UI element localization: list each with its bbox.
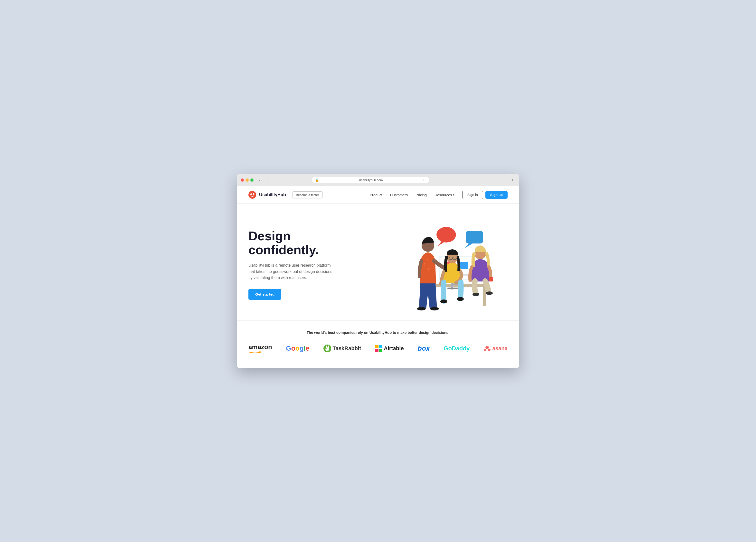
nav-links: Product Customers Pricing Resources ▾ <box>370 193 454 197</box>
logo-text: UsabilityHub <box>259 192 286 197</box>
svg-point-36 <box>486 291 493 295</box>
sign-in-button[interactable]: Sign in <box>462 191 483 199</box>
svg-rect-34 <box>489 277 493 281</box>
asana-logo: asana <box>484 345 508 352</box>
taskrabbit-logo: TaskRabbit <box>323 345 361 352</box>
svg-point-1 <box>250 193 252 195</box>
hero-illustration: ? ? ? <box>351 218 508 311</box>
close-button[interactable] <box>241 178 244 182</box>
hero-svg: ? ? ? <box>363 218 495 311</box>
nav-customers[interactable]: Customers <box>390 193 408 197</box>
nav-actions: Sign in Sign up <box>462 191 508 199</box>
refresh-icon: ↻ <box>423 178 426 182</box>
browser-window: ‹ › 🔒 usabilityhub.com ↻ + UsabilityHub … <box>237 174 519 368</box>
hero-text: Design confidently. UsabilityHub is a re… <box>248 229 351 300</box>
svg-rect-46 <box>379 349 382 352</box>
minimize-button[interactable] <box>246 178 249 182</box>
svg-point-49 <box>488 349 491 351</box>
sign-up-button[interactable]: Sign up <box>485 191 508 199</box>
svg-point-47 <box>485 346 489 349</box>
svg-point-0 <box>248 191 256 199</box>
nav-product[interactable]: Product <box>370 193 382 197</box>
svg-point-42 <box>328 348 328 349</box>
svg-text:?: ? <box>424 263 425 266</box>
svg-point-25 <box>417 307 426 310</box>
new-tab-button[interactable]: + <box>510 177 515 183</box>
hero-section: Design confidently. UsabilityHub is a re… <box>237 204 519 320</box>
hero-title: Design confidently. <box>248 229 351 257</box>
amazon-logo: amazon <box>248 343 272 353</box>
trust-headline: The world's best companies rely on Usabi… <box>248 330 508 335</box>
trust-section: The world's best companies rely on Usabi… <box>237 320 519 368</box>
asana-icon <box>484 346 491 351</box>
svg-rect-18 <box>447 288 459 289</box>
airtable-logo: Airtable <box>375 345 404 352</box>
svg-rect-44 <box>379 345 382 348</box>
svg-point-19 <box>436 227 456 243</box>
hero-subtitle: UsabilityHub is a remote user research p… <box>248 262 336 281</box>
svg-point-31 <box>440 299 447 303</box>
back-button[interactable]: ‹ <box>256 178 263 183</box>
svg-rect-20 <box>466 231 483 243</box>
chevron-down-icon: ▾ <box>453 193 454 196</box>
logos-row: amazon Google <box>248 343 508 353</box>
nav-resources[interactable]: Resources ▾ <box>435 193 454 197</box>
svg-rect-43 <box>375 345 378 348</box>
browser-nav: ‹ › <box>256 178 270 183</box>
nav-pricing[interactable]: Pricing <box>416 193 427 197</box>
browser-chrome: ‹ › 🔒 usabilityhub.com ↻ + <box>237 174 519 186</box>
logo-icon <box>248 191 256 199</box>
navbar: UsabilityHub Become a tester Product Cus… <box>237 186 519 204</box>
forward-button[interactable]: › <box>264 178 270 183</box>
svg-point-26 <box>430 307 439 310</box>
traffic-lights <box>241 178 254 182</box>
url-display: usabilityhub.com <box>321 178 422 182</box>
maximize-button[interactable] <box>250 178 254 182</box>
svg-point-48 <box>484 349 486 351</box>
amazon-arrow-icon <box>248 351 262 353</box>
svg-point-32 <box>457 297 464 301</box>
lock-icon: 🔒 <box>315 178 319 182</box>
get-started-button[interactable]: Get started <box>248 289 281 300</box>
address-bar[interactable]: 🔒 usabilityhub.com ↻ <box>312 177 429 183</box>
taskrabbit-icon <box>323 345 331 352</box>
page-content: UsabilityHub Become a tester Product Cus… <box>237 186 519 368</box>
google-logo: Google <box>286 345 309 352</box>
svg-point-2 <box>253 193 254 195</box>
svg-rect-45 <box>375 349 378 352</box>
airtable-icon <box>375 345 382 352</box>
svg-point-41 <box>326 348 327 349</box>
logo-area: UsabilityHub Become a tester <box>248 191 323 199</box>
svg-point-35 <box>473 293 479 296</box>
svg-text:?: ? <box>426 258 428 262</box>
godaddy-logo: GoDaddy <box>444 345 470 352</box>
become-tester-button[interactable]: Become a tester <box>292 191 323 198</box>
svg-rect-4 <box>483 287 486 306</box>
svg-text:?: ? <box>428 268 429 271</box>
box-logo: box <box>418 345 430 352</box>
